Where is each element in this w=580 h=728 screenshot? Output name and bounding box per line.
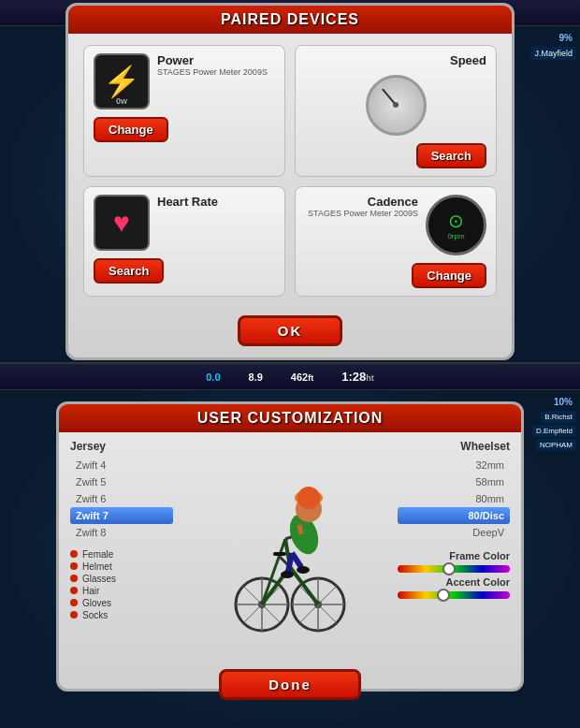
power-device-name: STAGES Power Meter 2009S [157, 67, 275, 77]
cadence-device-name: STAGES Power Meter 2009S [305, 209, 418, 218]
wheelset-item[interactable]: 80mm [398, 490, 510, 507]
heart-rate-card: ♥ Heart Rate Search [83, 186, 285, 297]
option-label: Gloves [82, 598, 111, 608]
heart-icon: ♥ [113, 207, 130, 239]
wheelset-panel: Wheelset 32mm58mm80mm80/DiscDeepV Frame … [398, 440, 510, 658]
option-dot [70, 587, 78, 594]
sidebar-percent-bottom: 10% [554, 397, 573, 407]
character-panel [182, 440, 388, 658]
dialog-title-paired: PAIRED DEVICES [68, 6, 512, 34]
wheelset-item[interactable]: 58mm [398, 473, 510, 490]
svg-line-26 [292, 553, 301, 567]
hud-altitude-bottom: 462ft [291, 371, 313, 383]
option-item[interactable]: Gloves [70, 597, 173, 609]
jersey-item[interactable]: Zwift 6 [70, 490, 173, 507]
svg-point-24 [297, 487, 320, 509]
option-label: Female [82, 549, 113, 560]
power-icon-container: ⚡ 0w [94, 53, 150, 109]
option-label: Helmet [82, 561, 112, 572]
hud-bar-bottom: 0.0 8.9 462ft 1:28ht [0, 364, 580, 390]
option-item[interactable]: Helmet [70, 561, 173, 573]
hud-distance-bottom: 0.0 [206, 371, 220, 383]
speed-label: Speed [450, 53, 486, 67]
option-item[interactable]: Hair [70, 585, 173, 597]
customization-body: Jersey Zwift 4Zwift 5Zwift 6Zwift 7Zwift… [59, 432, 521, 665]
frame-color-label: Frame Color [398, 550, 510, 561]
customization-footer: Done [59, 665, 521, 707]
bottom-screen: 0.0 8.9 462ft 1:28ht 10% B.Richst D.Empf… [0, 364, 580, 728]
cadence-change-button[interactable]: Change [412, 263, 486, 288]
customization-title: USER CUSTOMIZATION [59, 404, 521, 432]
cadence-gauge-icon: ⊙ [448, 210, 464, 232]
svg-line-15 [262, 539, 285, 604]
option-dot [70, 575, 78, 582]
sidebar-percent-top: 9% [559, 33, 573, 43]
wheelset-list: 32mm58mm80mm80/DiscDeepV [398, 457, 510, 541]
cadence-label: Cadence [305, 195, 418, 209]
wheelset-item[interactable]: DeepV [398, 524, 510, 541]
option-label: Hair [82, 586, 99, 596]
option-item[interactable]: Socks [70, 609, 173, 621]
option-dot [70, 611, 78, 619]
cadence-info: Cadence STAGES Power Meter 2009S [305, 195, 418, 218]
jersey-item[interactable]: Zwift 7 [70, 507, 173, 524]
power-info: Power STAGES Power Meter 2009S [157, 53, 275, 77]
wheelset-title: Wheelset [398, 440, 510, 453]
option-label: Socks [82, 610, 108, 620]
jersey-list: Zwift 4Zwift 5Zwift 6Zwift 7Zwift 8 [70, 457, 173, 541]
speed-card: Speed Search [295, 45, 497, 177]
cadence-card: Cadence STAGES Power Meter 2009S ⊙ 0rpm … [295, 186, 497, 297]
frame-color-thumb[interactable] [442, 562, 456, 575]
frame-color-slider[interactable] [398, 565, 510, 573]
cadence-value: 0rpm [447, 232, 464, 240]
power-card: ⚡ 0w Power STAGES Power Meter 2009S Chan… [83, 45, 285, 177]
svg-point-27 [281, 571, 294, 578]
speed-gauge [366, 75, 427, 136]
sidebar-player-top: J.Mayfield [530, 47, 576, 60]
jersey-item[interactable]: Zwift 5 [70, 473, 173, 490]
option-item[interactable]: Glasses [70, 573, 173, 585]
option-dot [70, 562, 78, 570]
color-section: Frame Color Accent Color [398, 550, 510, 599]
ok-button[interactable]: OK [238, 315, 343, 346]
done-button[interactable]: Done [219, 669, 361, 700]
wheelset-item[interactable]: 32mm [398, 457, 510, 473]
power-change-button[interactable]: Change [94, 117, 168, 142]
accent-color-label: Accent Color [398, 576, 510, 588]
heart-info: Heart Rate [157, 195, 275, 209]
cyclist-figure [225, 455, 346, 642]
heart-rate-search-button[interactable]: Search [94, 258, 164, 284]
option-item[interactable]: Female [70, 548, 173, 561]
jersey-list-title: Jersey [70, 440, 173, 453]
option-dot [70, 599, 78, 606]
jersey-item[interactable]: Zwift 4 [70, 457, 173, 473]
heart-rate-label: Heart Rate [157, 195, 275, 209]
top-screen: 0.0 0.0 1d 41:19ht 9% J.Mayfield PAIRED … [0, 0, 580, 364]
speed-search-button[interactable]: Search [416, 143, 486, 168]
dialog-content-paired: ⚡ 0w Power STAGES Power Meter 2009S Chan… [68, 34, 512, 308]
sidebar-player3-bottom: NOPHAM [536, 439, 576, 451]
option-label: Glasses [82, 574, 116, 584]
jersey-panel: Jersey Zwift 4Zwift 5Zwift 6Zwift 7Zwift… [70, 440, 173, 658]
power-icon: ⚡ [103, 64, 140, 99]
sidebar-player1-bottom: B.Richst [541, 411, 576, 423]
gauge-center [393, 102, 399, 108]
accent-color-slider[interactable] [398, 591, 510, 599]
heart-icon-container: ♥ [94, 195, 150, 251]
svg-point-28 [297, 566, 310, 574]
accent-color-thumb[interactable] [437, 589, 450, 602]
svg-rect-19 [273, 552, 286, 556]
sidebar-player2-bottom: D.Empfield [532, 425, 576, 437]
dialog-footer-paired: OK [68, 308, 512, 357]
jersey-item[interactable]: Zwift 8 [70, 524, 173, 541]
hud-speed-bottom: 8.9 [249, 371, 263, 383]
wheelset-item[interactable]: 80/Disc [398, 507, 510, 524]
power-value-label: 0w [116, 96, 127, 106]
hud-timer-bottom: 1:28ht [341, 370, 374, 384]
svg-line-21 [299, 525, 301, 534]
cadence-gauge: ⊙ 0rpm [426, 195, 486, 255]
customization-dialog: USER CUSTOMIZATION Jersey Zwift 4Zwift 5… [56, 401, 524, 692]
power-label: Power [157, 53, 275, 67]
option-dot [70, 550, 78, 558]
customization-options: FemaleHelmetGlassesHairGlovesSocks [70, 548, 173, 621]
